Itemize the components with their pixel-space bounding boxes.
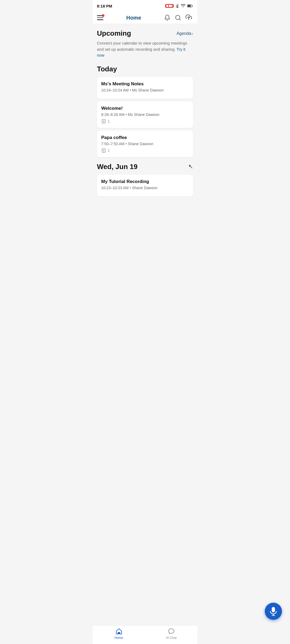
notifications-icon[interactable] bbox=[164, 14, 171, 21]
svg-rect-0 bbox=[169, 5, 171, 7]
agenda-label: Agenda bbox=[176, 31, 191, 36]
meeting-title-1: Ms's Meeting Notes bbox=[101, 81, 189, 87]
meeting-actions-3: 1 bbox=[101, 148, 189, 153]
agenda-chevron-icon: › bbox=[192, 31, 193, 36]
meeting-title-4: My Tutorial Recording bbox=[101, 179, 189, 184]
top-nav: Home bbox=[93, 12, 197, 24]
meeting-meta-4: 10:23–10:23 AM • Shane Dawson bbox=[101, 186, 189, 190]
main-content: Upcoming Agenda › Connect your calendar … bbox=[93, 24, 197, 221]
action-count-3: 1 bbox=[108, 148, 110, 153]
meeting-meta-2: 8:28–8:28 AM • Ms Shane Dawson bbox=[101, 112, 189, 117]
agenda-link[interactable]: Agenda › bbox=[176, 31, 193, 36]
action-item-icon-3 bbox=[101, 148, 106, 153]
wifi-icon bbox=[181, 4, 186, 8]
nav-title: Home bbox=[103, 15, 164, 21]
action-item-icon-2 bbox=[101, 119, 106, 124]
svg-rect-3 bbox=[188, 5, 191, 7]
wed-title: Wed, Jun 19 bbox=[97, 163, 137, 171]
wed-header: Wed, Jun 19 ↖ bbox=[97, 163, 193, 171]
upload-icon[interactable] bbox=[186, 14, 193, 21]
cursor-icon: ↖ bbox=[188, 163, 193, 170]
meeting-card-4[interactable]: My Tutorial Recording 10:23–10:23 AM • S… bbox=[97, 175, 193, 196]
bluetooth-icon bbox=[175, 4, 179, 8]
battery-icon bbox=[187, 4, 193, 8]
svg-line-5 bbox=[179, 19, 180, 20]
today-title: Today bbox=[97, 65, 193, 73]
upcoming-section-header: Upcoming Agenda › bbox=[97, 29, 193, 38]
meeting-actions-2: 1 bbox=[101, 119, 189, 124]
meeting-card-3[interactable]: Papa coffee 7:50–7:50 AM • Shane Dawson … bbox=[97, 131, 193, 157]
recording-status bbox=[165, 4, 174, 8]
nav-actions bbox=[164, 14, 193, 21]
status-bar: 8:18 PM bbox=[93, 0, 197, 12]
action-count-2: 1 bbox=[108, 119, 110, 123]
meeting-card-2[interactable]: Welcome! 8:28–8:28 AM • Ms Shane Dawson … bbox=[97, 101, 193, 128]
meeting-meta-3: 7:50–7:50 AM • Shane Dawson bbox=[101, 142, 189, 146]
meeting-meta-1: 10:24–10:24 AM • Ms Shane Dawson bbox=[101, 88, 189, 92]
menu-button[interactable] bbox=[97, 15, 103, 20]
status-icons bbox=[165, 4, 193, 8]
wed-section: Wed, Jun 19 ↖ My Tutorial Recording 10:2… bbox=[97, 163, 193, 196]
meeting-title-2: Welcome! bbox=[101, 106, 189, 111]
meeting-title-3: Papa coffee bbox=[101, 135, 189, 140]
search-icon[interactable] bbox=[175, 14, 181, 21]
upcoming-description: Connect your calendar to view upcoming m… bbox=[97, 40, 193, 58]
status-time: 8:18 PM bbox=[97, 4, 112, 8]
svg-marker-1 bbox=[171, 5, 172, 7]
upcoming-title: Upcoming bbox=[97, 29, 131, 38]
meeting-card-1[interactable]: Ms's Meeting Notes 10:24–10:24 AM • Ms S… bbox=[97, 77, 193, 99]
